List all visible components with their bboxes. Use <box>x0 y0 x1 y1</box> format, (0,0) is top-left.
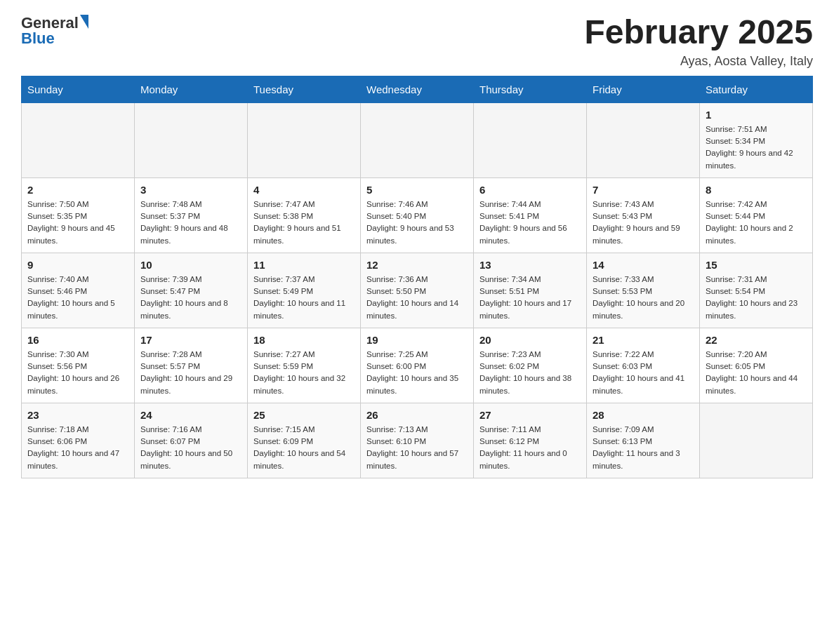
calendar-cell: 25Sunrise: 7:15 AMSunset: 6:09 PMDayligh… <box>248 403 361 478</box>
logo: General Blue <box>21 14 88 48</box>
day-number: 2 <box>27 184 128 196</box>
week-row-1: 1Sunrise: 7:51 AMSunset: 5:34 PMDaylight… <box>22 102 813 177</box>
logo-blue-text: Blue <box>21 29 88 48</box>
week-row-2: 2Sunrise: 7:50 AMSunset: 5:35 PMDaylight… <box>22 177 813 253</box>
calendar-cell: 11Sunrise: 7:37 AMSunset: 5:49 PMDayligh… <box>248 253 361 328</box>
calendar-cell: 23Sunrise: 7:18 AMSunset: 6:06 PMDayligh… <box>22 403 135 478</box>
calendar-cell <box>700 403 813 478</box>
calendar-cell: 10Sunrise: 7:39 AMSunset: 5:47 PMDayligh… <box>135 253 248 328</box>
day-info: Sunrise: 7:16 AMSunset: 6:07 PMDaylight:… <box>140 424 241 472</box>
calendar-cell: 20Sunrise: 7:23 AMSunset: 6:02 PMDayligh… <box>474 328 587 403</box>
calendar-cell: 16Sunrise: 7:30 AMSunset: 5:56 PMDayligh… <box>22 328 135 403</box>
calendar-cell <box>361 102 474 177</box>
day-info: Sunrise: 7:33 AMSunset: 5:53 PMDaylight:… <box>593 274 694 322</box>
day-info: Sunrise: 7:43 AMSunset: 5:43 PMDaylight:… <box>593 199 694 247</box>
day-number: 7 <box>593 184 694 196</box>
weekday-header-thursday: Thursday <box>474 76 587 102</box>
day-number: 22 <box>706 334 807 346</box>
day-number: 15 <box>706 259 807 271</box>
day-info: Sunrise: 7:48 AMSunset: 5:37 PMDaylight:… <box>140 199 241 247</box>
day-info: Sunrise: 7:34 AMSunset: 5:51 PMDaylight:… <box>479 274 581 322</box>
day-number: 4 <box>253 184 355 196</box>
weekday-header-row: SundayMondayTuesdayWednesdayThursdayFrid… <box>22 76 813 102</box>
title-section: February 2025 Ayas, Aosta Valley, Italy <box>584 14 813 69</box>
day-number: 3 <box>140 184 241 196</box>
calendar-cell <box>587 102 700 177</box>
day-info: Sunrise: 7:46 AMSunset: 5:40 PMDaylight:… <box>366 199 468 247</box>
day-number: 17 <box>140 334 241 346</box>
day-number: 19 <box>366 334 468 346</box>
week-row-3: 9Sunrise: 7:40 AMSunset: 5:46 PMDaylight… <box>22 253 813 328</box>
day-number: 5 <box>366 184 468 196</box>
day-info: Sunrise: 7:47 AMSunset: 5:38 PMDaylight:… <box>253 199 355 247</box>
day-info: Sunrise: 7:13 AMSunset: 6:10 PMDaylight:… <box>366 424 468 472</box>
day-number: 11 <box>253 259 355 271</box>
day-number: 18 <box>253 334 355 346</box>
day-number: 9 <box>27 259 128 271</box>
day-info: Sunrise: 7:11 AMSunset: 6:12 PMDaylight:… <box>479 424 581 472</box>
day-number: 14 <box>593 259 694 271</box>
day-number: 26 <box>366 409 468 421</box>
logo-arrow-icon <box>80 15 88 29</box>
calendar-cell: 15Sunrise: 7:31 AMSunset: 5:54 PMDayligh… <box>700 253 813 328</box>
day-info: Sunrise: 7:15 AMSunset: 6:09 PMDaylight:… <box>253 424 355 472</box>
day-info: Sunrise: 7:09 AMSunset: 6:13 PMDaylight:… <box>593 424 694 472</box>
day-number: 8 <box>706 184 807 196</box>
day-info: Sunrise: 7:27 AMSunset: 5:59 PMDaylight:… <box>253 349 355 397</box>
calendar-cell: 1Sunrise: 7:51 AMSunset: 5:34 PMDaylight… <box>700 102 813 177</box>
calendar-cell: 9Sunrise: 7:40 AMSunset: 5:46 PMDaylight… <box>22 253 135 328</box>
calendar-cell: 12Sunrise: 7:36 AMSunset: 5:50 PMDayligh… <box>361 253 474 328</box>
day-info: Sunrise: 7:31 AMSunset: 5:54 PMDaylight:… <box>706 274 807 322</box>
weekday-header-sunday: Sunday <box>22 76 135 102</box>
page-header: General Blue February 2025 Ayas, Aosta V… <box>21 14 813 69</box>
calendar-cell: 5Sunrise: 7:46 AMSunset: 5:40 PMDaylight… <box>361 177 474 253</box>
day-info: Sunrise: 7:28 AMSunset: 5:57 PMDaylight:… <box>140 349 241 397</box>
weekday-header-friday: Friday <box>587 76 700 102</box>
day-info: Sunrise: 7:30 AMSunset: 5:56 PMDaylight:… <box>27 349 128 397</box>
day-number: 24 <box>140 409 241 421</box>
day-number: 12 <box>366 259 468 271</box>
calendar-cell: 18Sunrise: 7:27 AMSunset: 5:59 PMDayligh… <box>248 328 361 403</box>
day-info: Sunrise: 7:22 AMSunset: 6:03 PMDaylight:… <box>593 349 694 397</box>
day-number: 1 <box>706 109 807 121</box>
day-number: 25 <box>253 409 355 421</box>
day-info: Sunrise: 7:18 AMSunset: 6:06 PMDaylight:… <box>27 424 128 472</box>
calendar-cell: 3Sunrise: 7:48 AMSunset: 5:37 PMDaylight… <box>135 177 248 253</box>
day-info: Sunrise: 7:37 AMSunset: 5:49 PMDaylight:… <box>253 274 355 322</box>
day-number: 20 <box>479 334 581 346</box>
calendar-cell: 8Sunrise: 7:42 AMSunset: 5:44 PMDaylight… <box>700 177 813 253</box>
weekday-header-monday: Monday <box>135 76 248 102</box>
day-info: Sunrise: 7:25 AMSunset: 6:00 PMDaylight:… <box>366 349 468 397</box>
day-number: 21 <box>593 334 694 346</box>
calendar-cell: 6Sunrise: 7:44 AMSunset: 5:41 PMDaylight… <box>474 177 587 253</box>
day-info: Sunrise: 7:36 AMSunset: 5:50 PMDaylight:… <box>366 274 468 322</box>
calendar-title: February 2025 <box>584 14 813 51</box>
calendar-cell: 27Sunrise: 7:11 AMSunset: 6:12 PMDayligh… <box>474 403 587 478</box>
day-number: 16 <box>27 334 128 346</box>
calendar-cell: 17Sunrise: 7:28 AMSunset: 5:57 PMDayligh… <box>135 328 248 403</box>
calendar-cell <box>135 102 248 177</box>
calendar-cell: 24Sunrise: 7:16 AMSunset: 6:07 PMDayligh… <box>135 403 248 478</box>
calendar-cell: 19Sunrise: 7:25 AMSunset: 6:00 PMDayligh… <box>361 328 474 403</box>
day-info: Sunrise: 7:20 AMSunset: 6:05 PMDaylight:… <box>706 349 807 397</box>
week-row-5: 23Sunrise: 7:18 AMSunset: 6:06 PMDayligh… <box>22 403 813 478</box>
calendar-cell <box>474 102 587 177</box>
calendar-cell: 28Sunrise: 7:09 AMSunset: 6:13 PMDayligh… <box>587 403 700 478</box>
calendar-cell: 4Sunrise: 7:47 AMSunset: 5:38 PMDaylight… <box>248 177 361 253</box>
calendar-cell: 21Sunrise: 7:22 AMSunset: 6:03 PMDayligh… <box>587 328 700 403</box>
calendar-cell: 22Sunrise: 7:20 AMSunset: 6:05 PMDayligh… <box>700 328 813 403</box>
calendar-cell: 26Sunrise: 7:13 AMSunset: 6:10 PMDayligh… <box>361 403 474 478</box>
week-row-4: 16Sunrise: 7:30 AMSunset: 5:56 PMDayligh… <box>22 328 813 403</box>
day-info: Sunrise: 7:44 AMSunset: 5:41 PMDaylight:… <box>479 199 581 247</box>
day-info: Sunrise: 7:51 AMSunset: 5:34 PMDaylight:… <box>706 123 807 172</box>
calendar-subtitle: Ayas, Aosta Valley, Italy <box>584 54 813 69</box>
calendar-table: SundayMondayTuesdayWednesdayThursdayFrid… <box>21 76 813 478</box>
day-number: 27 <box>479 409 581 421</box>
day-number: 10 <box>140 259 241 271</box>
calendar-cell <box>22 102 135 177</box>
day-info: Sunrise: 7:50 AMSunset: 5:35 PMDaylight:… <box>27 199 128 247</box>
day-info: Sunrise: 7:40 AMSunset: 5:46 PMDaylight:… <box>27 274 128 322</box>
weekday-header-saturday: Saturday <box>700 76 813 102</box>
calendar-cell: 7Sunrise: 7:43 AMSunset: 5:43 PMDaylight… <box>587 177 700 253</box>
weekday-header-tuesday: Tuesday <box>248 76 361 102</box>
